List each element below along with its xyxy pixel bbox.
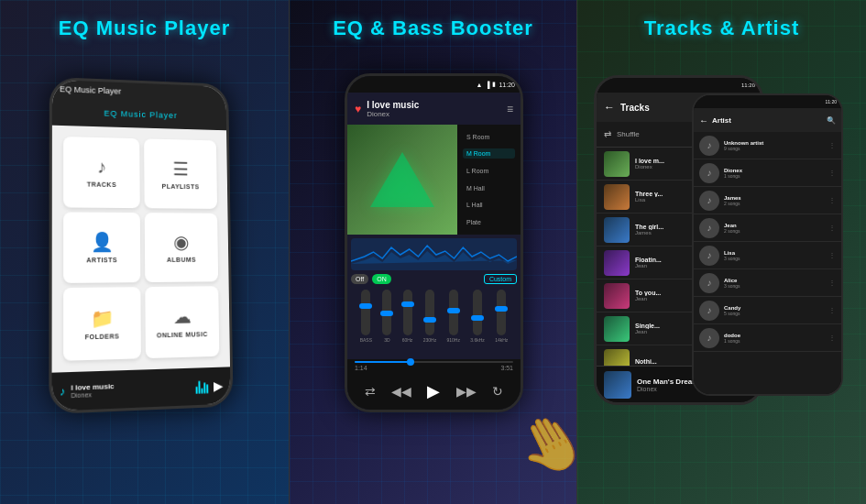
artist-info-5: Lisa 3 songs <box>724 250 824 261</box>
artist-item-6[interactable]: ♪ Alice 3 songs ⋮ <box>694 269 841 297</box>
p3b-header: ← Artist 🔍 <box>694 108 841 132</box>
menu-icon[interactable]: ≡ <box>507 103 513 115</box>
panel-3-title: Tracks & Artist <box>577 16 866 40</box>
playlists-icon: ☰ <box>172 158 189 180</box>
60hz-slider-thumb[interactable] <box>401 301 414 307</box>
910hz-slider-thumb[interactable] <box>447 308 460 313</box>
bass-slider-track[interactable] <box>361 290 370 335</box>
heart-icon[interactable]: ♥ <box>355 103 361 115</box>
signal-icon: ▐ <box>486 82 490 88</box>
36khz-slider-thumb[interactable] <box>471 315 484 321</box>
artist-more-8[interactable]: ⋮ <box>828 334 836 342</box>
p3b-search-icon[interactable]: 🔍 <box>827 116 836 125</box>
menu-item-albums[interactable]: ◉ ALBUMS <box>144 213 218 283</box>
menu-item-artists[interactable]: 👤 ARTISTS <box>63 212 140 283</box>
avatar-icon-7: ♪ <box>707 305 712 315</box>
shuffle-icon: ⇄ <box>604 129 611 139</box>
p2-statusbar: ▲ ▐ ▮ 11:20 <box>347 76 521 93</box>
reverb-mroom[interactable]: M Room <box>463 148 515 159</box>
eq-slider-36khz: 3.6kHz <box>470 290 485 343</box>
avatar-icon-3: ♪ <box>707 195 712 205</box>
back-icon[interactable]: ← <box>604 101 615 114</box>
phone-1: EQ Music Player EQ Music Player ♪ TRACKS… <box>49 77 233 414</box>
artist-item-4[interactable]: ♪ Jean 2 songs ⋮ <box>694 214 841 242</box>
eq-toggle-on[interactable]: ON <box>372 274 391 284</box>
artist-item-3[interactable]: ♪ James 2 songs ⋮ <box>694 187 841 214</box>
p3-statusbar: 11:20 <box>597 78 761 93</box>
artist-item-7[interactable]: ♪ Candy 5 songs ⋮ <box>694 297 841 324</box>
reverb-lhall[interactable]: L Hall <box>463 200 515 210</box>
artist-avatar-4: ♪ <box>699 218 719 238</box>
eq-sliders: BASS 3D 60Hz <box>351 288 517 343</box>
14khz-slider-track[interactable] <box>497 290 506 335</box>
menu-item-online-music[interactable]: ☁ ONLINE MUSIC <box>145 287 219 359</box>
artist-item-5[interactable]: ♪ Lisa 3 songs ⋮ <box>694 242 841 269</box>
artist-more-5[interactable]: ⋮ <box>828 251 836 259</box>
artist-more-2[interactable]: ⋮ <box>828 169 836 177</box>
p3-status-time: 11:20 <box>741 82 755 88</box>
albums-icon: ◉ <box>173 232 189 254</box>
60hz-label: 60Hz <box>402 337 413 343</box>
eq-slider-bass: BASS <box>360 290 372 343</box>
60hz-slider-track[interactable] <box>403 290 412 335</box>
current-time: 1:14 <box>355 365 367 371</box>
36khz-slider-track[interactable] <box>473 290 482 335</box>
online-music-label: ONLINE MUSIC <box>157 331 208 338</box>
phone-2: ▲ ▐ ▮ 11:20 ♥ I love music Dionex ≡ <box>345 73 523 412</box>
artist-header-title: Artist <box>712 116 823 125</box>
p2-progress-section: 1:14 3:51 <box>347 359 521 373</box>
artist-more-4[interactable]: ⋮ <box>828 224 836 232</box>
artist-more-3[interactable]: ⋮ <box>828 196 836 204</box>
next-button[interactable]: ▶▶ <box>456 384 477 399</box>
now-playing-bar-1[interactable]: ♪ I love music Dionex ▶ <box>52 367 231 411</box>
36khz-label: 3.6kHz <box>470 337 485 343</box>
230hz-slider-thumb[interactable] <box>423 317 436 323</box>
panel-eq-music-player: EQ Music Player EQ Music Player EQ Music… <box>0 0 289 504</box>
menu-item-tracks[interactable]: ♪ TRACKS <box>63 137 139 208</box>
14khz-slider-thumb[interactable] <box>495 306 508 312</box>
artist-avatar-2: ♪ <box>699 163 719 183</box>
eq-slider-910hz: 910Hz <box>446 290 459 343</box>
artist-avatar-5: ♪ <box>699 246 719 266</box>
eq-waveform <box>351 238 517 270</box>
tracks-label: TRACKS <box>87 181 116 188</box>
reverb-sroom[interactable]: S Room <box>463 132 515 142</box>
avatar-icon-2: ♪ <box>707 168 712 178</box>
progress-bar[interactable] <box>355 361 513 363</box>
p3b-back-icon[interactable]: ← <box>699 115 708 126</box>
eq-toggle-off[interactable]: Off <box>351 274 368 284</box>
artist-more-7[interactable]: ⋮ <box>828 306 836 314</box>
3d-slider-thumb[interactable] <box>380 311 393 316</box>
artist-songs-5: 3 songs <box>724 256 824 261</box>
artist-songs-6: 3 songs <box>724 283 824 289</box>
prev-button[interactable]: ◀◀ <box>391 384 411 399</box>
shuffle-button[interactable]: ⇄ <box>365 384 376 399</box>
avatar-icon-1: ♪ <box>707 140 712 150</box>
artist-item-1[interactable]: ♪ Unknown artist 9 songs ⋮ <box>694 132 841 159</box>
battery-icon: ▮ <box>492 81 496 88</box>
menu-item-folders[interactable]: 📁 FOLDERS <box>63 287 140 360</box>
artist-more-6[interactable]: ⋮ <box>828 279 836 287</box>
artist-item-8[interactable]: ♪ dodoe 1 songs ⋮ <box>694 324 841 352</box>
artist-info-7: Candy 5 songs <box>724 305 824 316</box>
artist-avatar-6: ♪ <box>699 273 719 293</box>
menu-item-playlists[interactable]: ☰ PLAYLISTS <box>144 138 217 208</box>
artist-more-1[interactable]: ⋮ <box>828 141 836 149</box>
artist-avatar-8: ♪ <box>699 328 719 348</box>
reverb-mhall[interactable]: M Hall <box>463 183 515 193</box>
eq-slider-3d: 3D <box>382 290 391 343</box>
phone-artist: 11:20 ← Artist 🔍 ♪ Unknown artist 9 song… <box>692 93 843 396</box>
play-button[interactable]: ▶ <box>214 378 224 393</box>
bass-slider-thumb[interactable] <box>359 303 372 309</box>
p2-song-info: I love music Dionex <box>367 100 501 118</box>
3d-slider-track[interactable] <box>382 290 391 335</box>
reverb-plate[interactable]: Plate <box>463 217 515 227</box>
artist-item-2[interactable]: ♪ Dionex 1 songs ⋮ <box>694 159 841 187</box>
230hz-slider-track[interactable] <box>425 290 434 335</box>
reverb-lroom[interactable]: L Room <box>463 166 515 176</box>
910hz-slider-track[interactable] <box>449 290 458 335</box>
eq-custom-button[interactable]: Custom <box>484 274 517 284</box>
play-pause-button[interactable]: ▶ <box>427 381 440 401</box>
repeat-button[interactable]: ↻ <box>492 384 503 399</box>
np-info: I love music Dionex <box>71 379 190 399</box>
